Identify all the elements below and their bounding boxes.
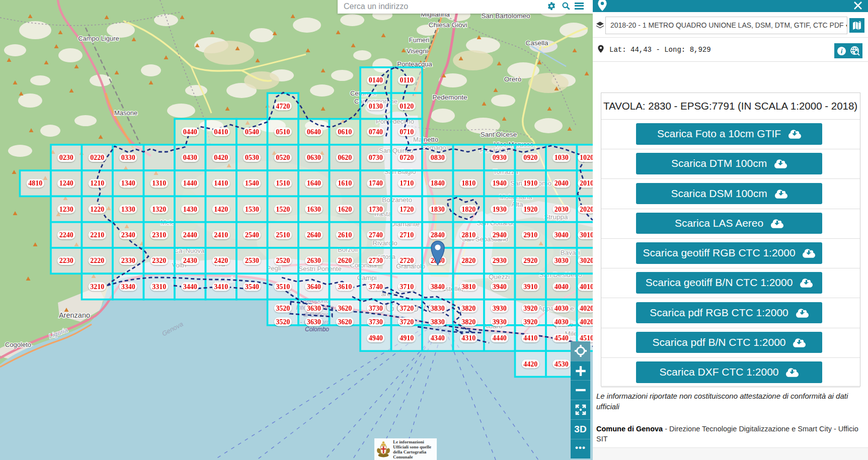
svg-text:3720: 3720 (400, 318, 414, 326)
svg-text:3920: 3920 (523, 318, 537, 326)
svg-text:3210: 3210 (90, 283, 104, 291)
svg-text:4030: 4030 (555, 318, 569, 326)
svg-text:2020: 2020 (580, 206, 593, 213)
svg-text:1820: 1820 (461, 206, 476, 213)
svg-text:4910: 4910 (400, 334, 414, 342)
svg-text:4720: 4720 (276, 103, 290, 110)
svg-text:1540: 1540 (245, 179, 259, 187)
svg-text:4310: 4310 (461, 334, 476, 342)
svg-text:4020: 4020 (580, 318, 593, 326)
svg-text:1410: 1410 (214, 179, 228, 187)
svg-text:0710: 0710 (400, 128, 414, 136)
svg-text:i: i (841, 47, 843, 55)
svg-text:2240: 2240 (59, 231, 73, 239)
svg-text:0620: 0620 (338, 154, 352, 161)
svg-text:Orero: Orero (504, 75, 522, 83)
svg-text:2620: 2620 (338, 257, 352, 264)
svg-text:Pedemonte: Pedemonte (432, 94, 467, 101)
svg-text:Campo Ligure: Campo Ligure (78, 35, 119, 42)
svg-text:4940: 4940 (369, 334, 383, 342)
svg-text:3740: 3740 (369, 283, 383, 291)
svg-text:2940: 2940 (493, 231, 507, 239)
svg-text:0330: 0330 (121, 154, 135, 161)
svg-text:Sant'Olcese: Sant'Olcese (481, 131, 517, 138)
svg-text:0430: 0430 (183, 154, 197, 161)
svg-text:2010: 2010 (580, 179, 593, 187)
svg-text:3920: 3920 (523, 305, 537, 312)
svg-text:1020: 1020 (580, 154, 593, 161)
svg-text:3630: 3630 (307, 318, 321, 326)
svg-text:2730: 2730 (369, 257, 383, 264)
svg-text:4410: 4410 (523, 334, 537, 342)
svg-text:1920: 1920 (523, 206, 537, 213)
svg-text:1610: 1610 (338, 179, 352, 187)
svg-text:2540: 2540 (245, 231, 259, 239)
svg-text:1940: 1940 (493, 179, 507, 187)
svg-text:1530: 1530 (245, 206, 259, 213)
svg-text:2930: 2930 (493, 257, 507, 264)
svg-text:0510: 0510 (276, 128, 290, 136)
svg-text:2420: 2420 (214, 257, 228, 264)
svg-text:0720: 0720 (400, 154, 414, 161)
svg-text:0520: 0520 (276, 154, 290, 161)
svg-text:3840: 3840 (431, 283, 445, 291)
svg-text:2310: 2310 (152, 231, 166, 239)
svg-text:1930: 1930 (493, 206, 507, 213)
svg-text:1810: 1810 (461, 179, 476, 187)
svg-text:1420: 1420 (214, 206, 228, 213)
svg-text:1730: 1730 (369, 206, 383, 213)
svg-text:3610: 3610 (338, 283, 352, 291)
svg-text:0640: 0640 (307, 128, 321, 136)
svg-text:1430: 1430 (183, 206, 197, 213)
svg-text:2210: 2210 (90, 231, 104, 239)
svg-text:3620: 3620 (338, 318, 352, 326)
svg-text:2030: 2030 (555, 206, 569, 213)
svg-text:4040: 4040 (555, 283, 569, 291)
svg-text:3730: 3730 (369, 318, 383, 326)
svg-text:1340: 1340 (121, 179, 135, 187)
svg-text:Visegni: Visegni (407, 47, 428, 55)
svg-text:3830: 3830 (431, 318, 445, 326)
svg-text:3930: 3930 (493, 318, 507, 326)
svg-text:2810: 2810 (461, 231, 476, 239)
svg-text:4420: 4420 (523, 360, 537, 368)
svg-text:0420: 0420 (214, 154, 228, 161)
svg-text:0110: 0110 (400, 76, 414, 84)
svg-text:0920: 0920 (523, 154, 537, 161)
svg-text:3820: 3820 (461, 318, 476, 326)
svg-text:1840: 1840 (431, 179, 445, 187)
svg-text:3830: 3830 (431, 305, 445, 312)
svg-text:1910: 1910 (523, 179, 537, 187)
svg-text:4530: 4530 (555, 360, 569, 368)
svg-text:2710: 2710 (400, 231, 414, 239)
svg-text:3520: 3520 (276, 318, 290, 326)
svg-text:4010: 4010 (580, 283, 593, 291)
svg-text:0530: 0530 (245, 154, 259, 161)
svg-text:3020: 3020 (580, 257, 593, 264)
svg-text:0130: 0130 (369, 103, 383, 110)
svg-text:0410: 0410 (214, 128, 228, 136)
svg-text:2530: 2530 (245, 257, 259, 264)
svg-text:4340: 4340 (431, 334, 445, 342)
svg-text:2630: 2630 (307, 257, 321, 264)
svg-text:3820: 3820 (461, 305, 476, 312)
svg-text:Masone: Masone (114, 109, 137, 117)
svg-text:2720: 2720 (400, 257, 414, 264)
svg-text:0120: 0120 (400, 103, 414, 110)
svg-text:Casella: Casella (525, 39, 548, 47)
svg-text:1030: 1030 (555, 154, 569, 161)
svg-text:3340: 3340 (121, 283, 135, 291)
svg-text:3910: 3910 (523, 283, 537, 291)
svg-text:1710: 1710 (400, 179, 414, 187)
svg-text:Colombo: Colombo (305, 326, 329, 333)
svg-text:1630: 1630 (307, 206, 321, 213)
svg-text:2320: 2320 (152, 257, 166, 264)
svg-text:3010: 3010 (580, 231, 593, 239)
svg-text:2640: 2640 (307, 231, 321, 239)
svg-text:2520: 2520 (276, 257, 290, 264)
svg-text:3640: 3640 (307, 283, 321, 291)
svg-text:0610: 0610 (338, 128, 352, 136)
svg-text:Cogoleto: Cogoleto (5, 341, 31, 348)
svg-text:3710: 3710 (400, 283, 414, 291)
svg-text:2040: 2040 (555, 179, 569, 187)
